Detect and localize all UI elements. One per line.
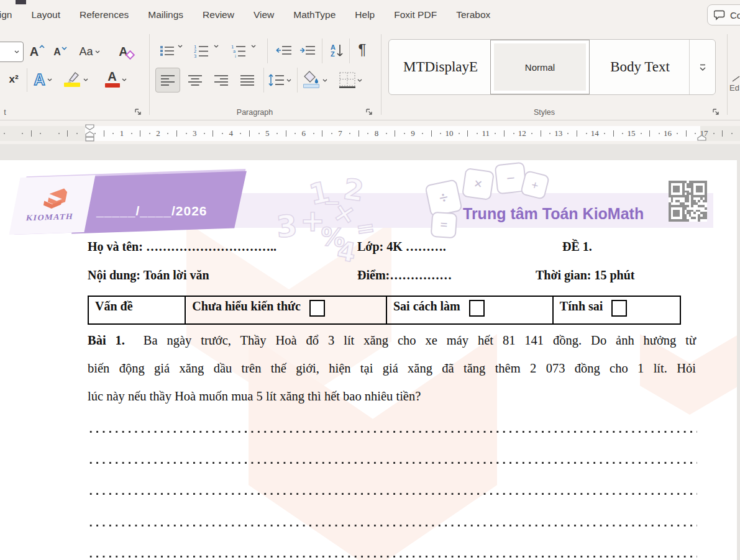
- font-color-icon: A: [105, 70, 120, 89]
- ruler-number: 6: [302, 129, 306, 138]
- multilevel-dropdown[interactable]: [251, 45, 256, 48]
- ruler-number: 5: [265, 129, 270, 138]
- menu-item-layout[interactable]: Layout: [31, 9, 60, 20]
- multilevel-list-button[interactable]: 1ai: [227, 40, 250, 61]
- menu-item-terabox[interactable]: Terabox: [456, 9, 490, 20]
- die-icon: ÷: [424, 179, 463, 217]
- ruler-number: 10: [445, 129, 454, 138]
- time-line: Thời gian: 15 phút: [536, 268, 634, 282]
- document-page[interactable]: KIOMATH _____/____/2026 123+×%=4− ÷×−+= …: [0, 160, 737, 560]
- style-body-text[interactable]: Body Text: [593, 40, 687, 94]
- comments-button[interactable]: Co: [707, 4, 740, 25]
- svg-text:3: 3: [194, 54, 196, 58]
- score-line: Điểm:……………: [357, 268, 452, 282]
- styles-dialog-launcher[interactable]: [712, 108, 721, 117]
- menu-item-view[interactable]: View: [254, 9, 274, 20]
- ruler-number: 3: [193, 129, 197, 138]
- highlight-button[interactable]: [63, 67, 89, 92]
- ruler-number: 4: [229, 129, 233, 138]
- canvas-right-strip: [737, 160, 740, 560]
- class-line: Lớp: 4K ……….: [357, 240, 446, 254]
- decrease-indent-button[interactable]: [273, 40, 295, 61]
- rubric-cell-wrong-method: Sai cách làm: [386, 297, 552, 323]
- text-effects-button[interactable]: A: [31, 67, 55, 92]
- align-left-button[interactable]: [155, 68, 180, 93]
- line-spacing-button[interactable]: [267, 68, 292, 93]
- menu-item-mailings[interactable]: Mailings: [148, 9, 183, 20]
- paint-bucket-icon: [303, 70, 321, 90]
- die-icon: =: [431, 212, 458, 239]
- align-right-button[interactable]: [209, 68, 234, 93]
- shading-button[interactable]: [302, 68, 328, 93]
- comment-bubble-icon: [714, 10, 726, 20]
- grow-font-button[interactable]: A: [26, 40, 48, 63]
- ruler-number: 8: [375, 129, 379, 138]
- font-size-combo[interactable]: [0, 42, 24, 62]
- ruler-number: 16: [664, 129, 672, 138]
- problem-text: Bài 1. Ba ngày trước, Thầy Hoà đổ 3 lít …: [88, 327, 696, 410]
- subject-line: Nội dung: Toán lời văn: [88, 268, 209, 282]
- problem-line-3: lúc này nếu thầy Hoà muốn mua 5 lít xăng…: [88, 382, 696, 410]
- styles-more-button[interactable]: [689, 40, 716, 94]
- shrink-font-button[interactable]: A: [50, 41, 71, 63]
- menu-item-references[interactable]: References: [80, 9, 129, 20]
- numbering-dropdown[interactable]: [214, 45, 219, 48]
- hanging-indent-marker[interactable]: [85, 131, 94, 142]
- rubric-cell-calc-error: Tính sai: [552, 297, 680, 323]
- styles-gallery: MTDisplayE Normal Body Text: [388, 39, 716, 95]
- student-name-line: Họ và tên: …………………………..: [88, 240, 276, 254]
- style-normal[interactable]: Normal: [490, 40, 590, 94]
- superscript-button[interactable]: x²: [4, 68, 24, 91]
- menu-bar: signLayoutReferencesMailingsReviewViewMa…: [0, 0, 740, 29]
- font-color-button[interactable]: A: [103, 67, 129, 92]
- ruler-ticks: 1234567891011121314151617: [0, 126, 740, 141]
- change-case-button[interactable]: Aa: [74, 40, 105, 63]
- rubric-cell-not-understood: Chưa hiểu kiến thức: [185, 297, 386, 323]
- first-line-indent-marker[interactable]: [85, 124, 94, 130]
- rubric-table: Vấn đề Chưa hiểu kiến thức Sai cách làm …: [88, 296, 681, 325]
- menu-item-help[interactable]: Help: [355, 9, 375, 20]
- header-banner: KIOMATH _____/____/2026 123+×%=4− ÷×−+= …: [0, 160, 737, 241]
- clear-formatting-button[interactable]: A: [113, 40, 139, 63]
- qr-code: [669, 181, 707, 222]
- ruler-number: 12: [518, 129, 526, 138]
- problem-line-1: Bài 1. Ba ngày trước, Thầy Hoà đổ 3 lít …: [88, 327, 696, 355]
- bullets-button[interactable]: [157, 40, 178, 61]
- style-mtdisplaye[interactable]: MTDisplayE: [391, 40, 490, 94]
- right-indent-marker[interactable]: [697, 135, 706, 141]
- rubric-cell-issue: Vấn đề: [89, 297, 185, 323]
- menu-item-mathtype[interactable]: MathType: [293, 9, 336, 20]
- bullets-dropdown[interactable]: [178, 45, 183, 48]
- numbering-button[interactable]: 123: [190, 40, 212, 61]
- highlighter-icon: [64, 70, 81, 89]
- menu-item-review[interactable]: Review: [203, 9, 234, 20]
- exam-number: ĐỀ 1.: [562, 240, 592, 254]
- font-group-label: t: [0, 108, 11, 117]
- menu-item-sign[interactable]: sign: [0, 9, 12, 20]
- ruler-number: 2: [156, 129, 160, 138]
- menu-item-foxit-pdf[interactable]: Foxit PDF: [394, 9, 437, 20]
- checkbox: [309, 300, 325, 317]
- font-dialog-launcher[interactable]: [134, 108, 143, 117]
- comments-label: Co: [730, 10, 740, 20]
- styles-group-label: Styles: [482, 108, 606, 117]
- ruler-number: 13: [554, 129, 562, 138]
- increase-indent-button[interactable]: [297, 40, 318, 61]
- ruler-number: 14: [591, 129, 599, 138]
- paragraph-group-label: Paragraph: [193, 108, 317, 117]
- ruler-number: 1: [120, 129, 124, 138]
- ruler: 1234567891011121314151617: [0, 124, 740, 144]
- banner-dice: ÷×−+=: [0, 160, 737, 241]
- justify-button[interactable]: [235, 68, 260, 93]
- align-center-button[interactable]: [183, 68, 208, 93]
- ruler-number: 15: [627, 129, 635, 138]
- menu-items: signLayoutReferencesMailingsReviewViewMa…: [0, 0, 490, 29]
- borders-button[interactable]: [337, 68, 364, 93]
- problem-line-2: biến động giá xăng dầu trên thế giới, hi…: [88, 355, 696, 382]
- word-window: signLayoutReferencesMailingsReviewViewMa…: [0, 0, 740, 560]
- show-hide-pilcrow-button[interactable]: ¶: [352, 38, 373, 61]
- paragraph-dialog-launcher[interactable]: [365, 108, 374, 117]
- sort-button[interactable]: A Z: [326, 39, 348, 63]
- die-icon: +: [520, 170, 550, 200]
- ruler-number: 7: [338, 129, 342, 138]
